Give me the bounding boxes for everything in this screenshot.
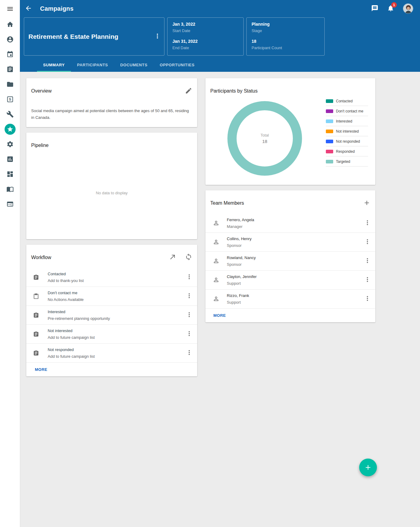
workflow-more-button[interactable]: MORE (35, 367, 47, 372)
legend-swatch (326, 119, 333, 123)
active-item-highlight (5, 124, 16, 135)
notifications-button[interactable]: 1 (387, 5, 394, 13)
dashboard-tiles-icon (6, 170, 14, 178)
workflow-row-contacted: Contacted Add to thank-you list (26, 268, 197, 287)
back-button[interactable] (25, 5, 32, 13)
sidebar-item-folder[interactable] (3, 77, 17, 92)
main-content: Overview Social media campaign aimed at … (20, 72, 420, 527)
tab-summary[interactable]: SUMMARY (37, 58, 71, 72)
hamburger-menu-icon (6, 5, 14, 13)
user-avatar[interactable] (403, 3, 413, 14)
legend-item-targeted: Targeted (326, 156, 368, 167)
sidebar-item-contacts[interactable] (3, 32, 17, 47)
participants-donut-chart: Total 18 (227, 101, 302, 176)
workflow-item-menu-button[interactable] (186, 273, 193, 281)
person-outline-icon (213, 239, 219, 245)
team-member-row[interactable]: Ferrero, Angela Manager (205, 214, 375, 233)
team-members-title: Team Members (210, 200, 363, 206)
sidebar-item-tasks[interactable] (3, 62, 17, 77)
team-more-button[interactable]: MORE (213, 313, 226, 318)
svg-text:S: S (9, 97, 11, 101)
legend-item-responded: Responded (326, 146, 368, 156)
empty-clipboard-icon (33, 293, 39, 299)
workflow-item-menu-button[interactable] (186, 292, 193, 300)
donut-total-label: Total (260, 133, 269, 137)
workflow-title: Workflow (31, 255, 169, 260)
legend-item-not-interested: Not interested (326, 126, 368, 136)
pipeline-empty-message: No data to display (26, 191, 197, 195)
team-member-row[interactable]: Rizzo, Frank Support (205, 290, 375, 309)
legend-swatch (326, 140, 333, 143)
more-vert-icon (186, 330, 193, 337)
open-book-icon (6, 185, 14, 193)
start-date-value: Jan 3, 2022 (172, 22, 238, 27)
loop-refresh-icon (185, 253, 192, 261)
chat-button[interactable] (371, 5, 378, 13)
sidebar-item-dashboard[interactable] (3, 167, 17, 181)
campaign-stage-card: Planning Stage 18 Participant Count (246, 17, 325, 56)
person-outline-icon (213, 258, 219, 264)
member-menu-button[interactable] (364, 276, 371, 284)
legend-item-dont-contact: Don't contact me (326, 106, 368, 116)
page-header: Campaigns 1 Retirement & Estate Planning… (20, 0, 420, 72)
pipeline-title: Pipeline (31, 143, 192, 148)
more-vert-icon (364, 238, 371, 245)
left-column: Overview Social media campaign aimed at … (26, 78, 197, 382)
campaign-name: Retirement & Estate Planning (28, 33, 154, 40)
pipeline-card: Pipeline No data to display (26, 133, 197, 239)
member-menu-button[interactable] (364, 295, 371, 303)
sidebar-item-tools[interactable] (3, 107, 17, 122)
top-app-bar: Campaigns 1 (20, 0, 420, 17)
workflow-item-menu-button[interactable] (186, 311, 193, 319)
legend-item-interested: Interested (326, 116, 368, 126)
stage-value: Planning (252, 22, 319, 27)
notification-badge: 1 (391, 2, 397, 8)
legend-item-not-responded: Not responded (326, 136, 368, 146)
workflow-item-menu-button[interactable] (186, 349, 193, 357)
participant-count-label: Participant Count (252, 46, 319, 50)
sidebar-item-calendar[interactable] (3, 47, 17, 62)
sidebar: S (0, 0, 20, 527)
add-team-member-button[interactable] (363, 199, 370, 207)
sidebar-item-campaigns[interactable] (3, 122, 17, 137)
legend-swatch (326, 150, 333, 153)
overview-title: Overview (31, 88, 185, 94)
participant-count-value: 18 (252, 39, 319, 44)
overview-edit-button[interactable] (185, 87, 192, 95)
workflow-row-not-responded: Not responded Add to future campaign lis… (26, 344, 197, 363)
team-member-row[interactable]: Collins, Henry Sponsor (205, 233, 375, 252)
person-outline-icon (213, 220, 219, 226)
sidebar-item-book[interactable] (3, 181, 17, 196)
sidebar-item-browser[interactable] (3, 196, 17, 211)
gear-icon (6, 141, 14, 148)
more-vert-icon (154, 32, 161, 40)
stage-label: Stage (252, 28, 319, 33)
campaign-menu-button[interactable] (154, 32, 161, 41)
sidebar-item-settings[interactable] (3, 137, 17, 152)
team-member-row[interactable]: Clayton, Jennifer Support (205, 271, 375, 290)
member-menu-button[interactable] (364, 219, 371, 227)
end-date-value: Jan 31, 2022 (172, 39, 238, 44)
workflow-open-button[interactable] (169, 253, 176, 262)
end-date-label: End Date (172, 46, 238, 50)
team-member-row[interactable]: Rowland, Nancy Sponsor (205, 252, 375, 271)
add-fab-button[interactable] (359, 459, 377, 476)
workflow-item-menu-button[interactable] (186, 330, 193, 338)
plus-icon (363, 199, 370, 207)
overview-card: Overview Social media campaign aimed at … (26, 78, 197, 127)
workflow-refresh-button[interactable] (185, 253, 192, 262)
more-vert-icon (364, 257, 371, 264)
sidebar-item-s[interactable]: S (3, 92, 17, 107)
sidebar-menu-button[interactable] (3, 5, 17, 13)
tab-participants[interactable]: PARTICIPANTS (71, 58, 114, 72)
tab-opportunities[interactable]: OPPORTUNITIES (153, 58, 201, 72)
member-menu-button[interactable] (364, 238, 371, 246)
tab-documents[interactable]: DOCUMENTS (114, 58, 153, 72)
sidebar-item-home[interactable] (3, 17, 17, 32)
workflow-row-not-interested: Not interested Add to future campaign li… (26, 325, 197, 344)
sidebar-item-reports[interactable] (3, 152, 17, 167)
folder-icon (6, 81, 14, 88)
campaign-dates-card: Jan 3, 2022 Start Date Jan 31, 2022 End … (167, 17, 244, 56)
member-menu-button[interactable] (364, 257, 371, 265)
home-icon (6, 21, 14, 28)
